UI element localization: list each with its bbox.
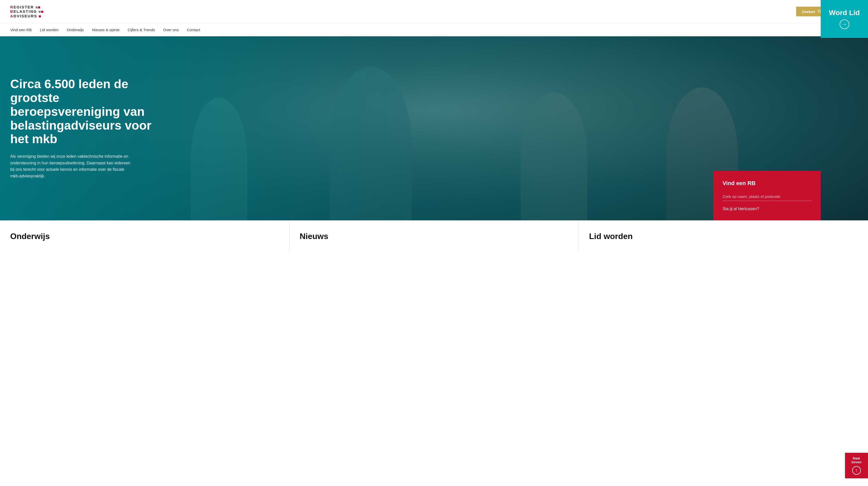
word-lid-label: Word Lid xyxy=(829,9,860,17)
hero-description: Als vereniging bieden wij onze leden vak… xyxy=(10,153,133,179)
hero-title: Circa 6.500 leden de grootste beroepsver… xyxy=(10,77,169,146)
card-lid-worden-title: Lid worden xyxy=(589,232,858,241)
logo-line-1: REGISTER xyxy=(10,5,43,9)
logo-line-2: BELASTING xyxy=(10,9,43,13)
card-nieuws[interactable]: Nieuws xyxy=(289,220,579,252)
logo-square-1 xyxy=(35,6,38,8)
main-nav: Vind een RB Lid worden Onderwijs Nieuws … xyxy=(0,23,868,36)
find-rb-title: Vind een RB xyxy=(722,180,811,187)
nav-item-vind-een-rb[interactable]: Vind een RB xyxy=(10,28,32,32)
logo-square-3 xyxy=(39,11,41,13)
card-nieuws-title: Nieuws xyxy=(300,232,568,241)
header: REGISTER BELASTING ADVISEURS Zoeken xyxy=(0,0,868,23)
hero-content: Circa 6.500 leden de grootste beroepsver… xyxy=(0,77,179,179)
logo-square-5 xyxy=(39,16,41,18)
nav-item-over-ons[interactable]: Over ons xyxy=(163,28,179,32)
nav-item-cijfers[interactable]: Cijfers & Trends xyxy=(128,28,155,32)
nav-item-onderwijs[interactable]: Onderwijs xyxy=(67,28,84,32)
svg-point-0 xyxy=(818,10,820,12)
logo-square-4 xyxy=(41,11,43,13)
bottom-cards: Onderwijs Nieuws Lid worden xyxy=(0,220,868,252)
nav-item-nieuws[interactable]: Nieuws & opinie xyxy=(92,28,120,32)
card-onderwijs[interactable]: Onderwijs xyxy=(0,220,289,252)
word-lid-arrow-icon: → xyxy=(840,20,849,29)
search-label: Zoeken xyxy=(802,9,815,14)
hero-section: Circa 6.500 leden de grootste beroepsver… xyxy=(0,36,868,220)
card-lid-worden[interactable]: Lid worden xyxy=(579,220,868,252)
card-onderwijs-title: Onderwijs xyxy=(10,232,279,241)
nav-item-contact[interactable]: Contact xyxy=(187,28,200,32)
find-rb-input[interactable] xyxy=(722,192,811,201)
logo: REGISTER BELASTING ADVISEURS xyxy=(10,5,43,18)
word-lid-button[interactable]: Word Lid → xyxy=(821,0,868,38)
logo-square-2 xyxy=(38,6,40,8)
nav-item-lid-worden[interactable]: Lid worden xyxy=(40,28,59,32)
find-rb-box: Vind een RB Sta jij al hiertussen? xyxy=(713,171,821,220)
find-rb-link[interactable]: Sta jij al hiertussen? xyxy=(722,207,759,211)
logo-line-3: ADVISEURS xyxy=(10,14,43,18)
